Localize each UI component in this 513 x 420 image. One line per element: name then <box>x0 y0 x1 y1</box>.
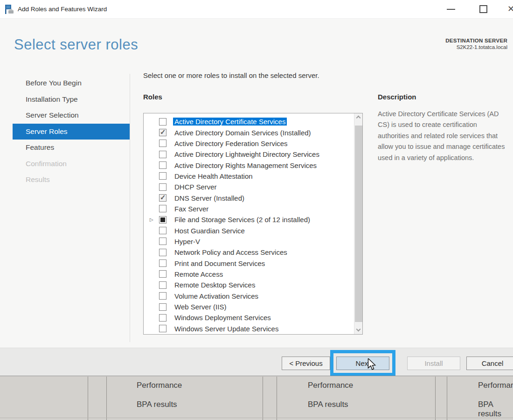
next-button[interactable]: Next <box>336 357 389 370</box>
role-checkbox[interactable] <box>159 118 166 126</box>
role-label: Active Directory Federation Services <box>173 140 289 147</box>
role-label: File and Storage Services (2 of 12 insta… <box>173 216 312 224</box>
role-row[interactable]: Active Directory Federation Services <box>144 138 354 149</box>
role-label: Device Health Attestation <box>173 172 254 180</box>
role-checkbox[interactable] <box>159 216 166 224</box>
page-title: Select server roles <box>14 36 138 53</box>
minimize-button[interactable] <box>442 0 460 19</box>
bg-tile-bpa-link[interactable]: BPA results <box>478 400 513 419</box>
role-label: Fax Server <box>173 205 210 213</box>
role-checkbox[interactable] <box>159 227 166 234</box>
role-label: Remote Access <box>173 270 224 278</box>
role-row[interactable]: Hyper-V <box>144 236 354 247</box>
role-checkbox[interactable] <box>159 205 166 212</box>
sidebar-divider <box>130 74 130 342</box>
role-checkbox[interactable] <box>159 292 166 300</box>
role-checkbox[interactable] <box>159 325 166 332</box>
role-row[interactable]: Active Directory Certificate Services <box>144 116 354 127</box>
server-manager-background: Performance BPA results Performance BPA … <box>0 377 513 420</box>
role-row[interactable]: ▷File and Storage Services (2 of 12 inst… <box>144 214 354 225</box>
role-row[interactable]: DHCP Server <box>144 182 354 192</box>
scrollbar-up-button[interactable] <box>354 113 363 121</box>
role-label: Web Server (IIS) <box>173 303 228 311</box>
sidebar-item-server-roles[interactable]: Server Roles <box>13 124 130 140</box>
tile-divider <box>106 377 107 420</box>
role-row[interactable]: Remote Access <box>144 269 354 280</box>
role-checkbox[interactable] <box>159 281 166 289</box>
role-row[interactable]: Remote Desktop Services <box>144 280 354 290</box>
role-row[interactable]: Print and Document Services <box>144 258 354 268</box>
role-checkbox[interactable] <box>159 172 166 180</box>
bg-tile-performance-link[interactable]: Performance <box>478 381 513 390</box>
role-label: DNS Server (Installed) <box>173 194 246 202</box>
role-checkbox[interactable] <box>159 194 166 202</box>
bg-tile-performance-link[interactable]: Performance <box>308 381 353 390</box>
roles-scrollbar[interactable] <box>354 113 362 334</box>
scrollbar-down-button[interactable] <box>354 326 363 334</box>
scrollbar-thumb[interactable] <box>355 126 362 322</box>
role-checkbox[interactable] <box>159 270 166 278</box>
role-row[interactable]: Volume Activation Services <box>144 291 354 301</box>
titlebar[interactable]: Add Roles and Features Wizard ✕ <box>0 0 513 19</box>
role-checkbox[interactable] <box>159 238 166 245</box>
sidebar-item-before-you-begin[interactable]: Before You Begin <box>13 75 130 91</box>
close-button[interactable]: ✕ <box>503 0 513 19</box>
role-label: Active Directory Rights Management Servi… <box>173 161 318 169</box>
sidebar-item-server-selection[interactable]: Server Selection <box>13 107 130 124</box>
window-title: Add Roles and Features Wizard <box>18 0 107 19</box>
add-roles-wizard-window: Add Roles and Features Wizard ✕ Select s… <box>0 0 513 376</box>
role-checkbox[interactable] <box>159 183 166 191</box>
role-label: DHCP Server <box>173 183 218 191</box>
bg-tile-bpa-link[interactable]: BPA results <box>137 400 177 409</box>
role-checkbox[interactable] <box>159 259 166 267</box>
role-row[interactable]: Host Guardian Service <box>144 225 354 236</box>
role-row[interactable]: Network Policy and Access Services <box>144 247 354 258</box>
role-label: Hyper-V <box>173 238 201 245</box>
mouse-cursor-icon <box>367 358 377 371</box>
role-checkbox[interactable] <box>159 140 166 147</box>
tile-divider <box>435 377 436 420</box>
role-row[interactable]: Active Directory Rights Management Servi… <box>144 160 354 170</box>
role-row[interactable]: Fax Server <box>144 203 354 214</box>
role-label: Volume Activation Services <box>173 292 260 300</box>
role-label: Active Directory Domain Services (Instal… <box>173 129 312 137</box>
expand-arrow-icon[interactable]: ▷ <box>150 217 153 222</box>
role-label: Host Guardian Service <box>173 227 246 235</box>
role-checkbox[interactable] <box>159 303 166 311</box>
role-row[interactable]: Active Directory Lightweight Directory S… <box>144 149 354 160</box>
role-checkbox[interactable] <box>159 314 166 322</box>
role-checkbox[interactable] <box>159 249 166 256</box>
sidebar-item-results: Results <box>13 172 130 188</box>
sidebar-item-confirmation: Confirmation <box>13 156 130 172</box>
roles-list-rows: Active Directory Certificate ServicesAct… <box>144 116 354 333</box>
role-row[interactable]: Windows Server Update Services <box>144 323 354 333</box>
roles-list: Active Directory Certificate ServicesAct… <box>143 113 363 335</box>
role-checkbox[interactable] <box>159 151 166 158</box>
role-label: Windows Server Update Services <box>173 325 280 333</box>
bg-tile-bpa-link[interactable]: BPA results <box>308 400 348 409</box>
sidebar-item-features[interactable]: Features <box>13 140 130 156</box>
role-row[interactable]: Web Server (IIS) <box>144 301 354 312</box>
server-manager-icon <box>4 4 14 14</box>
description-title: Description <box>378 93 416 101</box>
tile-bottom-line <box>0 418 513 418</box>
bg-tile-performance-link[interactable]: Performance <box>137 381 182 390</box>
role-row[interactable]: Windows Deployment Services <box>144 312 354 323</box>
chevron-down-icon <box>356 327 361 332</box>
role-row[interactable]: DNS Server (Installed) <box>144 192 354 203</box>
role-checkbox[interactable] <box>159 129 166 136</box>
previous-button[interactable]: < Previous <box>282 357 330 370</box>
maximize-icon <box>479 5 487 13</box>
role-label: Active Directory Certificate Services <box>173 118 287 126</box>
role-row[interactable]: Device Health Attestation <box>144 171 354 182</box>
role-label: Network Policy and Access Services <box>173 248 289 256</box>
maximize-button[interactable] <box>475 0 492 19</box>
tile-divider <box>263 377 263 420</box>
role-row[interactable]: Active Directory Domain Services (Instal… <box>144 127 354 138</box>
description-text: Active Directory Certificate Services (A… <box>378 109 506 163</box>
minimize-icon <box>447 9 455 10</box>
destination-server-block: DESTINATION SERVER S2K22-1.totatca.local <box>445 38 507 50</box>
role-checkbox[interactable] <box>159 161 166 169</box>
cancel-button[interactable]: Cancel <box>466 357 513 370</box>
sidebar-item-installation-type[interactable]: Installation Type <box>13 91 130 108</box>
